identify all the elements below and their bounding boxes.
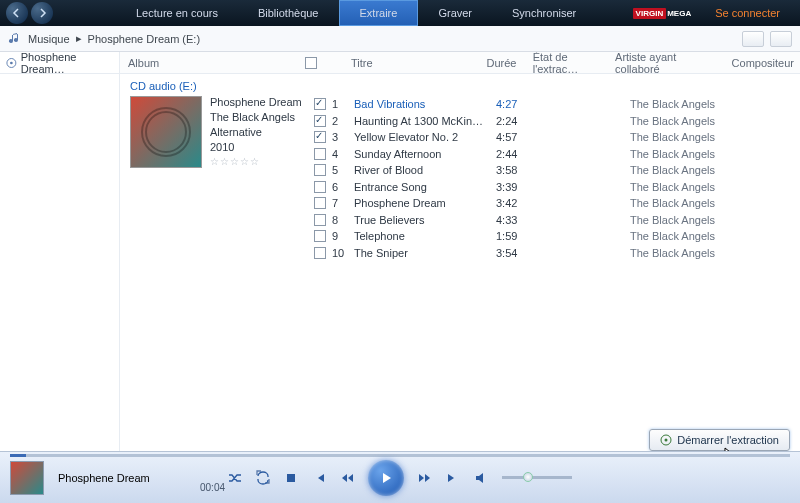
album-artist: The Black Angels: [210, 111, 302, 123]
track-artist: The Black Angels: [630, 115, 752, 127]
col-album[interactable]: Album: [120, 57, 299, 69]
fastfwd-button[interactable]: [418, 471, 432, 485]
track-title: River of Blood: [354, 164, 496, 176]
track-duration: 4:57: [496, 131, 544, 143]
track-row[interactable]: 8True Believers4:33The Black Angels: [308, 212, 800, 229]
title-bar: Lecture en coursBibliothèqueExtraireGrav…: [0, 0, 800, 26]
track-artist: The Black Angels: [630, 148, 752, 160]
album-art[interactable]: [130, 96, 202, 168]
track-title: Yellow Elevator No. 2: [354, 131, 496, 143]
track-number: 2: [332, 115, 354, 127]
col-title[interactable]: Titre: [345, 57, 481, 69]
track-row[interactable]: 6Entrance Song3:39The Black Angels: [308, 179, 800, 196]
album-year: 2010: [210, 141, 302, 153]
tab-lecture-en-cours[interactable]: Lecture en cours: [116, 0, 238, 26]
track-checkbox[interactable]: [314, 131, 326, 143]
track-checkbox[interactable]: [314, 230, 326, 242]
play-button[interactable]: [368, 460, 404, 496]
track-row[interactable]: 4Sunday Afternoon2:44The Black Angels: [308, 146, 800, 163]
track-checkbox[interactable]: [314, 181, 326, 193]
track-number: 9: [332, 230, 354, 242]
track-row[interactable]: 3Yellow Elevator No. 24:57The Black Ange…: [308, 129, 800, 146]
track-number: 7: [332, 197, 354, 209]
track-number: 4: [332, 148, 354, 160]
seek-bar[interactable]: [10, 454, 790, 457]
forward-button[interactable]: [31, 2, 53, 24]
track-artist: The Black Angels: [630, 181, 752, 193]
track-row[interactable]: 10The Sniper3:54The Black Angels: [308, 245, 800, 262]
sidebar-item-disc[interactable]: Phosphene Dream…: [0, 52, 119, 74]
prev-button[interactable]: [312, 471, 326, 485]
tab-bibliothèque[interactable]: Bibliothèque: [238, 0, 339, 26]
track-list: 1Bad Vibrations4:27The Black Angels2Haun…: [308, 96, 800, 261]
tab-graver[interactable]: Graver: [418, 0, 492, 26]
repeat-button[interactable]: [256, 471, 270, 485]
track-number: 5: [332, 164, 354, 176]
track-checkbox[interactable]: [314, 214, 326, 226]
track-row[interactable]: 9Telephone1:59The Black Angels: [308, 228, 800, 245]
svg-point-1: [10, 61, 13, 64]
breadcrumb-bar: Musique ▸ Phosphene Dream (E:): [0, 26, 800, 52]
album-info: Phosphene Dream The Black Angels Alterna…: [120, 96, 308, 261]
now-playing-art[interactable]: [10, 461, 44, 495]
volume-slider[interactable]: [502, 476, 572, 479]
track-artist: The Black Angels: [630, 197, 752, 209]
view-options-button[interactable]: [742, 31, 764, 47]
col-artist[interactable]: Artiste ayant collaboré: [609, 52, 726, 75]
track-number: 8: [332, 214, 354, 226]
track-number: 6: [332, 181, 354, 193]
back-button[interactable]: [6, 2, 28, 24]
track-checkbox[interactable]: [314, 115, 326, 127]
track-number: 10: [332, 247, 354, 259]
track-row[interactable]: 2Haunting At 1300 McKin…2:24The Black An…: [308, 113, 800, 130]
track-title: The Sniper: [354, 247, 496, 259]
start-rip-button[interactable]: Démarrer l'extraction: [649, 429, 790, 451]
album-rating[interactable]: ☆☆☆☆☆: [210, 156, 302, 167]
track-checkbox[interactable]: [314, 98, 326, 110]
column-headers: Album Titre Durée État de l'extrac… Arti…: [120, 52, 800, 74]
track-row[interactable]: 1Bad Vibrations4:27The Black Angels: [308, 96, 800, 113]
track-duration: 3:58: [496, 164, 544, 176]
track-row[interactable]: 5River of Blood3:58The Black Angels: [308, 162, 800, 179]
track-duration: 1:59: [496, 230, 544, 242]
track-duration: 3:54: [496, 247, 544, 259]
track-artist: The Black Angels: [630, 164, 752, 176]
shop-link[interactable]: VIRGINMEGA: [623, 8, 702, 19]
track-artist: The Black Angels: [630, 98, 752, 110]
shuffle-button[interactable]: [228, 471, 242, 485]
col-select-all[interactable]: [299, 57, 323, 69]
track-artist: The Black Angels: [630, 214, 752, 226]
col-composer[interactable]: Compositeur: [726, 57, 800, 69]
svg-rect-4: [287, 474, 295, 482]
col-status[interactable]: État de l'extrac…: [527, 52, 609, 75]
track-number: 3: [332, 131, 354, 143]
album-genre: Alternative: [210, 126, 302, 138]
track-checkbox[interactable]: [314, 148, 326, 160]
music-icon: [8, 32, 22, 46]
layout-options-button[interactable]: [770, 31, 792, 47]
track-duration: 2:44: [496, 148, 544, 160]
track-title: Entrance Song: [354, 181, 496, 193]
stop-button[interactable]: [284, 471, 298, 485]
sidebar: Phosphene Dream…: [0, 52, 120, 451]
sidebar-item-label: Phosphene Dream…: [21, 51, 113, 75]
next-button[interactable]: [446, 471, 460, 485]
svg-point-3: [665, 439, 668, 442]
track-row[interactable]: 7Phosphene Dream3:42The Black Angels: [308, 195, 800, 212]
crumb-root[interactable]: Musique: [28, 33, 70, 45]
mute-button[interactable]: [474, 471, 488, 485]
col-duration[interactable]: Durée: [480, 57, 526, 69]
crumb-leaf[interactable]: Phosphene Dream (E:): [88, 33, 201, 45]
track-checkbox[interactable]: [314, 247, 326, 259]
rewind-button[interactable]: [340, 471, 354, 485]
track-artist: The Black Angels: [630, 230, 752, 242]
login-link[interactable]: Se connecter: [701, 7, 794, 19]
rip-icon: [660, 434, 672, 446]
elapsed-time: 00:04: [200, 482, 225, 493]
tab-extraire[interactable]: Extraire: [339, 0, 419, 26]
track-duration: 3:39: [496, 181, 544, 193]
track-checkbox[interactable]: [314, 197, 326, 209]
track-checkbox[interactable]: [314, 164, 326, 176]
tab-synchroniser[interactable]: Synchroniser: [492, 0, 596, 26]
cd-node[interactable]: CD audio (E:): [120, 78, 800, 96]
